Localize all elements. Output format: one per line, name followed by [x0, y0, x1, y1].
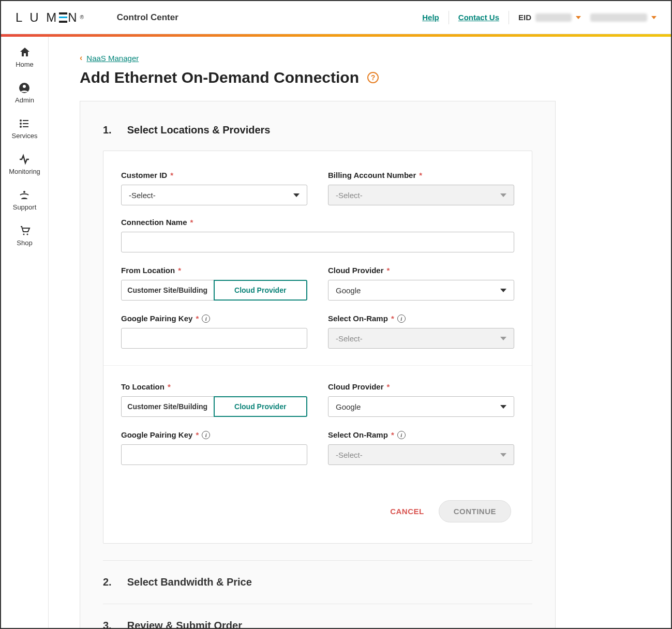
connection-name-label: Connection Name*: [121, 218, 514, 227]
svg-point-9: [23, 234, 24, 235]
sidebar-item-label: Shop: [17, 239, 32, 247]
sidebar-item-admin[interactable]: Admin: [15, 82, 34, 104]
select-value: -Select-: [336, 334, 363, 343]
step-number: 1.: [103, 124, 112, 136]
wizard-panel: 1. Select Locations & Providers Customer…: [80, 101, 556, 628]
page-title: Add Ethernet On-Demand Connection: [80, 69, 359, 86]
step-number: 3.: [103, 620, 112, 628]
step-1-card: Customer ID* -Select- Billing Account Nu…: [103, 151, 532, 544]
eid-value-redacted: [535, 13, 572, 22]
sidebar-item-support[interactable]: Support: [13, 189, 37, 211]
eid-label: EID: [518, 13, 531, 22]
select-value: Google: [336, 402, 361, 411]
step-number: 2.: [103, 576, 112, 588]
sidebar-item-label: Support: [13, 203, 37, 211]
select-value: -Select-: [336, 191, 363, 200]
to-cloud-provider-option[interactable]: Cloud Provider: [214, 396, 308, 417]
chevron-down-icon: [293, 193, 300, 197]
connection-name-input[interactable]: [121, 232, 514, 252]
divider: [449, 11, 449, 24]
list-icon: [18, 117, 31, 130]
info-icon[interactable]: i: [202, 431, 210, 439]
to-customer-site-option[interactable]: Customer Site/Building: [121, 396, 214, 417]
from-onramp-select: -Select-: [328, 328, 514, 349]
svg-point-10: [26, 234, 28, 235]
sidebar-item-shop[interactable]: Shop: [17, 224, 32, 247]
sidebar-item-label: Home: [16, 61, 34, 68]
from-onramp-label: Select On-Ramp* i: [328, 314, 514, 323]
home-icon: [19, 46, 31, 58]
to-location-label: To Location*: [121, 382, 307, 391]
chevron-left-icon: ‹: [80, 53, 82, 63]
chevron-down-icon: [576, 16, 581, 19]
customer-id-label: Customer ID*: [121, 171, 307, 179]
chevron-down-icon: [500, 453, 506, 457]
to-location-toggle: Customer Site/Building Cloud Provider: [121, 396, 307, 417]
from-pairing-key-input[interactable]: [121, 328, 307, 349]
activity-icon: [18, 153, 31, 166]
main-content: ‹ NaaS Manager Add Ethernet On-Demand Co…: [49, 37, 671, 628]
svg-rect-3: [23, 120, 28, 121]
to-onramp-select: -Select-: [328, 444, 514, 465]
eid-dropdown[interactable]: EID: [518, 13, 581, 22]
info-icon[interactable]: i: [397, 431, 406, 439]
sidebar-item-home[interactable]: Home: [16, 46, 34, 68]
step-3-header[interactable]: 3. Review & Submit Order: [103, 604, 532, 628]
header-actions: Help Contact Us EID: [422, 11, 656, 24]
sidebar-item-label: Services: [12, 132, 38, 140]
sidebar: Home Admin Services Monitoring Support S…: [1, 37, 49, 628]
step-title: Select Locations & Providers: [127, 124, 271, 136]
to-pairing-key-input[interactable]: [121, 444, 307, 465]
customer-id-select[interactable]: -Select-: [121, 185, 307, 205]
to-pairing-key-label: Google Pairing Key* i: [121, 430, 307, 439]
chevron-down-icon: [500, 289, 506, 292]
to-cloud-provider-label: Cloud Provider*: [328, 382, 514, 391]
help-icon[interactable]: ?: [367, 72, 379, 83]
header: L U MN® Control Center Help Contact Us E…: [1, 1, 671, 34]
from-cloud-provider-label: Cloud Provider*: [328, 266, 514, 275]
step-title: Review & Submit Order: [127, 620, 242, 628]
svg-rect-5: [23, 123, 28, 124]
breadcrumb: ‹ NaaS Manager: [80, 53, 671, 63]
cancel-button[interactable]: CANCEL: [390, 500, 424, 522]
account-value-redacted: [590, 13, 647, 22]
to-cloud-provider-select[interactable]: Google: [328, 396, 514, 417]
from-cloud-provider-select[interactable]: Google: [328, 280, 514, 301]
contact-link[interactable]: Contact Us: [458, 13, 499, 22]
svg-point-6: [20, 126, 22, 128]
support-icon: [18, 189, 31, 201]
from-location-toggle: Customer Site/Building Cloud Provider: [121, 280, 307, 301]
sidebar-item-monitoring[interactable]: Monitoring: [9, 153, 40, 175]
from-customer-site-option[interactable]: Customer Site/Building: [121, 280, 214, 301]
divider: [509, 11, 509, 24]
ban-label: Billing Account Number*: [328, 171, 514, 179]
continue-button: CONTINUE: [439, 500, 511, 522]
to-onramp-label: Select On-Ramp* i: [328, 430, 514, 439]
user-icon: [18, 82, 31, 94]
info-icon[interactable]: i: [202, 314, 210, 323]
cart-icon: [19, 224, 31, 237]
chevron-down-icon: [500, 193, 506, 197]
step-title: Select Bandwidth & Price: [127, 576, 252, 588]
chevron-down-icon: [651, 16, 656, 19]
from-cloud-provider-option[interactable]: Cloud Provider: [214, 280, 308, 301]
svg-point-4: [20, 123, 22, 125]
brand-logo: L U MN®: [16, 10, 86, 25]
select-value: Google: [336, 286, 361, 295]
select-value: -Select-: [336, 451, 363, 459]
account-dropdown[interactable]: [590, 13, 656, 22]
svg-point-2: [20, 119, 22, 122]
from-location-label: From Location*: [121, 266, 307, 275]
info-icon[interactable]: i: [397, 314, 406, 323]
step-1-header: 1. Select Locations & Providers: [103, 124, 532, 136]
svg-point-8: [23, 191, 25, 193]
chevron-down-icon: [500, 337, 506, 340]
help-link[interactable]: Help: [422, 13, 439, 22]
section-divider: [103, 365, 532, 366]
sidebar-item-services[interactable]: Services: [12, 117, 38, 140]
chevron-down-icon: [500, 405, 506, 409]
svg-point-1: [23, 85, 26, 88]
select-value: -Select-: [129, 191, 156, 200]
breadcrumb-back-link[interactable]: NaaS Manager: [86, 54, 139, 63]
step-2-header[interactable]: 2. Select Bandwidth & Price: [103, 560, 532, 604]
